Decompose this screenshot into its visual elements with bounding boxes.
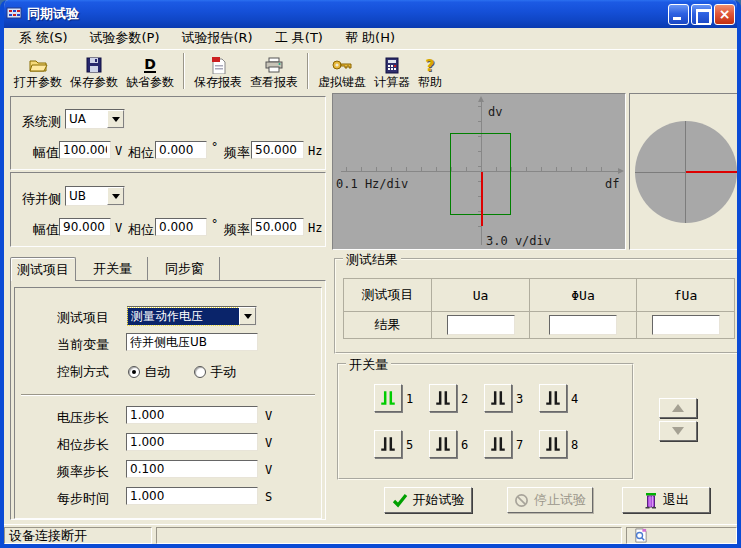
y-axis-label: dv — [488, 105, 502, 119]
close-button[interactable]: × — [714, 4, 735, 25]
amp-unit: V — [115, 221, 122, 235]
document-magnifier-icon[interactable] — [633, 528, 648, 543]
system-freq-input[interactable] — [251, 141, 304, 159]
standby-side-panel: 待并侧 UB 幅值 V 相位 ° 频率 Hz — [10, 172, 326, 247]
results-col-ua: Ua — [432, 279, 530, 312]
standby-channel-select[interactable]: UB — [65, 186, 125, 206]
menu-help[interactable]: 帮 助(H) — [334, 28, 406, 48]
freq-unit: Hz — [308, 144, 322, 158]
check-icon — [392, 493, 408, 508]
x-scale-label: 0.1 Hz/div — [336, 177, 408, 191]
switches-group: 开关量 1 2 3 4 5 6 7 8 — [337, 363, 634, 480]
standby-amp-input[interactable] — [59, 218, 111, 236]
radio-icon[interactable] — [128, 366, 140, 378]
results-row-label: 结果 — [344, 312, 432, 339]
chevron-down-icon[interactable] — [239, 307, 256, 325]
results-col-header: 测试项目 — [344, 279, 432, 312]
window-title: 同期试验 — [27, 5, 666, 23]
menu-test-params[interactable]: 试验参数(P) — [79, 28, 171, 48]
voltage-step-input[interactable] — [126, 406, 258, 424]
switches-group-title: 开关量 — [346, 356, 391, 374]
x-axis-label: df — [605, 177, 619, 191]
switch-contact-icon — [379, 389, 397, 407]
scroll-down-button[interactable] — [659, 421, 697, 441]
current-variable-input[interactable] — [126, 333, 258, 351]
switch-button-1[interactable] — [374, 384, 402, 412]
dv-df-scope: dv df 0.1 Hz/div 3.0 v/div — [332, 93, 626, 250]
freq-label: 频率 — [224, 221, 250, 239]
system-amp-input[interactable] — [59, 141, 111, 159]
tab-test-items[interactable]: 测试项目 — [10, 257, 76, 281]
save-floppy-icon — [86, 55, 102, 75]
step-time-input[interactable] — [126, 487, 258, 505]
switch-button-8[interactable] — [539, 430, 567, 458]
tab-switches[interactable]: 开关量 — [78, 257, 148, 280]
test-items-tab-panel: 测试项目 测量动作电压 当前变量 控制方式 自动 手动 电压步长 V 相位步长 … — [10, 280, 326, 520]
switch-button-3[interactable] — [484, 384, 512, 412]
results-table: 测试项目 Ua ΦUa fUa 结果 — [343, 278, 735, 339]
stop-test-button[interactable]: 停止试验 — [507, 487, 593, 513]
standby-phase-input[interactable] — [155, 218, 207, 236]
result-phi-ua-field[interactable] — [549, 315, 617, 335]
phase-step-unit: V — [265, 436, 272, 450]
switch-number: 1 — [406, 392, 413, 406]
tab-sync-window[interactable]: 同步窗 — [150, 257, 220, 280]
switch-button-7[interactable] — [484, 430, 512, 458]
calculator-button[interactable]: 计算器 — [371, 51, 413, 91]
menu-system[interactable]: 系 统(S) — [8, 28, 79, 48]
menu-test-report[interactable]: 试验报告(R) — [171, 28, 264, 48]
switch-contact-icon — [489, 435, 507, 453]
switch-button-2[interactable] — [429, 384, 457, 412]
help-button[interactable]: ? 帮助 — [415, 51, 445, 91]
stop-icon — [514, 493, 529, 508]
app-window: 同期试验 × 系 统(S) 试验参数(P) 试验报告(R) 工 具(T) 帮 助… — [0, 0, 741, 548]
auto-radio[interactable]: 自动 — [128, 363, 170, 381]
maximize-button[interactable] — [691, 4, 712, 25]
system-side-panel: 系统测 UA 幅值 V 相位 ° 频率 Hz — [10, 96, 326, 170]
exit-button[interactable]: 退出 — [622, 487, 710, 513]
save-report-button[interactable]: 保存报表 — [191, 51, 245, 91]
default-params-button[interactable]: D 缺省参数 — [123, 51, 177, 91]
system-phase-input[interactable] — [155, 141, 207, 159]
result-ua-field[interactable] — [447, 315, 515, 335]
phase-unit: ° — [211, 217, 218, 231]
switch-button-6[interactable] — [429, 430, 457, 458]
test-item-select[interactable]: 测量动作电压 — [127, 306, 257, 326]
scroll-up-button[interactable] — [659, 398, 697, 418]
chevron-down-icon[interactable] — [107, 187, 124, 205]
system-channel-select[interactable]: UA — [65, 109, 125, 129]
standby-freq-input[interactable] — [251, 218, 304, 236]
freq-step-unit: V — [265, 463, 272, 477]
control-mode-label: 控制方式 — [57, 363, 109, 381]
minimize-button[interactable] — [668, 4, 689, 25]
switch-contact-icon — [544, 435, 562, 453]
freq-step-input[interactable] — [126, 460, 258, 478]
menu-tools[interactable]: 工 具(T) — [264, 28, 334, 48]
amp-unit: V — [115, 144, 122, 158]
start-test-button[interactable]: 开始试验 — [384, 487, 472, 513]
save-params-button[interactable]: 保存参数 — [67, 51, 121, 91]
virtual-keyboard-button[interactable]: 虚拟键盘 — [315, 51, 369, 91]
radio-icon[interactable] — [194, 366, 206, 378]
freq-label: 频率 — [224, 144, 250, 162]
switch-button-5[interactable] — [374, 430, 402, 458]
menubar: 系 统(S) 试验参数(P) 试验报告(R) 工 具(T) 帮 助(H) — [4, 28, 737, 49]
titlebar[interactable]: 同期试验 × — [0, 0, 741, 28]
view-report-button[interactable]: 查看报表 — [247, 51, 301, 91]
open-params-button[interactable]: 打开参数 — [11, 51, 65, 91]
phase-label: 相位 — [128, 144, 154, 162]
amp-label: 幅值 — [33, 144, 59, 162]
synchroscope-panel — [629, 93, 741, 250]
result-f-ua-field[interactable] — [652, 315, 720, 335]
chevron-down-icon[interactable] — [107, 110, 124, 128]
switch-button-4[interactable] — [539, 384, 567, 412]
step-time-unit: S — [265, 490, 272, 504]
phase-step-input[interactable] — [126, 433, 258, 451]
results-col-phi-ua: ΦUa — [530, 279, 637, 312]
freq-step-label: 频率步长 — [57, 463, 109, 481]
switch-contact-icon — [434, 435, 452, 453]
status-message-area — [156, 527, 622, 544]
test-item-label: 测试项目 — [57, 309, 109, 327]
manual-radio[interactable]: 手动 — [194, 363, 236, 381]
switch-contact-icon — [544, 389, 562, 407]
